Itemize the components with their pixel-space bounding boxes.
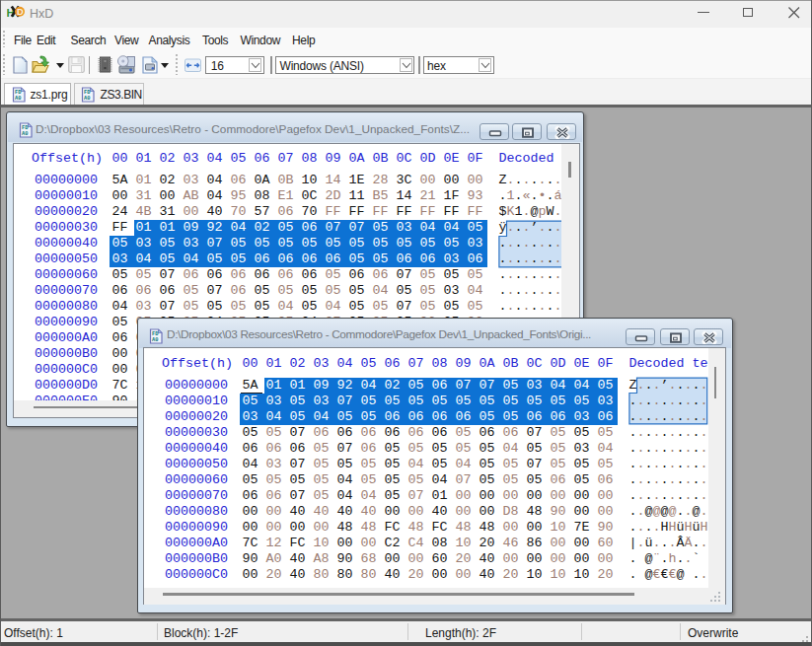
svg-text:A0: A0 <box>15 96 21 102</box>
svg-text:A0: A0 <box>84 96 90 102</box>
svg-text:A0: A0 <box>152 337 158 343</box>
svg-text:D: D <box>17 6 24 17</box>
svg-text:A0: A0 <box>22 131 28 137</box>
